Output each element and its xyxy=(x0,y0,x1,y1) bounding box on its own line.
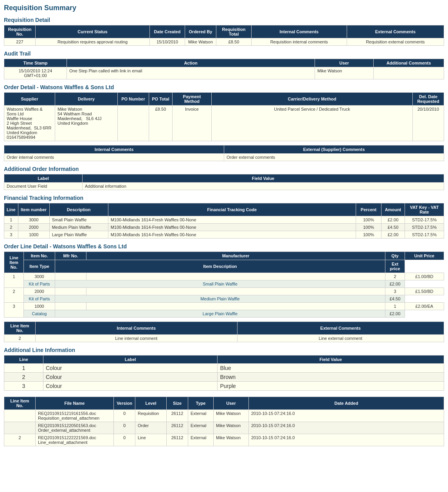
ol-line: 1 xyxy=(4,273,24,288)
col-label: Label xyxy=(4,174,83,183)
att-version: 0 xyxy=(114,410,135,422)
ali-line: 2 xyxy=(4,373,43,382)
att-size: 26112 xyxy=(167,422,188,434)
col-line-item-no: Line Item No. xyxy=(4,252,24,273)
col-att-date: Date Added xyxy=(249,397,444,410)
ft-vat: STD2-17.5% xyxy=(405,224,444,231)
col-financial-tracking-code: Financial Tracking Code xyxy=(108,203,356,216)
ol-line: 2 xyxy=(4,288,24,303)
ft-description: Medium Plain Waffle xyxy=(49,224,108,231)
ft-line: 2 xyxy=(4,224,18,231)
col-date-created: Date Created xyxy=(150,25,185,38)
order-line-row-top: 1 3000 2 £1.00/BD xyxy=(4,273,444,280)
col-additional-comments: Additional Comments xyxy=(374,59,444,67)
col-ali-value: Field Value xyxy=(218,356,444,364)
att-version: 0 xyxy=(114,434,135,446)
ft-vat: STD2-17.5% xyxy=(405,216,444,224)
order-internal-comment: Order internal comments xyxy=(4,154,224,161)
col-item-no: Item No. xyxy=(24,252,55,260)
col-ext-price: Ext price xyxy=(385,260,405,273)
ft-amount: £2.00 xyxy=(381,231,405,239)
req-internal-comments: Requisition internal comments xyxy=(252,38,347,46)
attachment-row: REQ20109151220501563.docOrder_external_a… xyxy=(4,422,444,434)
ol-mfr-no xyxy=(55,303,86,310)
att-level: Requisition xyxy=(135,410,167,422)
col-item-desc-header: Item Description xyxy=(55,260,385,273)
ft-percent: 100% xyxy=(356,224,381,231)
att-line xyxy=(4,422,36,434)
ft-code: M100-Midlands 1614-Fresh Waffles 00-None xyxy=(108,216,356,224)
audit-comments xyxy=(374,67,444,79)
page-title: Requisition Summary xyxy=(4,4,444,12)
att-line xyxy=(4,410,36,422)
aoi-value: Additional information xyxy=(83,183,444,190)
ol-mfr-no xyxy=(55,273,86,280)
col-att-type: Type xyxy=(188,397,214,410)
ol-item-no: 3000 xyxy=(24,273,55,280)
col-amount: Amount xyxy=(381,203,405,216)
ol-line: 3 xyxy=(4,303,24,318)
ol-manufacturer xyxy=(86,288,385,295)
ali-value: Blue xyxy=(218,364,444,373)
col-description: Description xyxy=(49,203,108,216)
ol-manufacturer xyxy=(86,303,385,310)
additional-order-info-heading: Additional Order Information xyxy=(4,166,444,172)
audit-action: One Step Plan called with link in email xyxy=(67,67,315,79)
audit-user: Mike Watson xyxy=(315,67,374,79)
line-comment-no: 2 xyxy=(4,335,36,342)
additional-order-info-table: Label Field Value Document User Field Ad… xyxy=(4,174,444,190)
ol-qty: 1 xyxy=(385,303,405,310)
col-att-user: User xyxy=(214,397,249,410)
ft-line: 1 xyxy=(4,216,18,224)
ali-label: Colour xyxy=(43,382,218,391)
ol-item-type: Kit of Parts xyxy=(24,295,55,303)
att-date: 2010-10-15 07:24:16.0 xyxy=(249,410,444,422)
col-att-filename: File Name xyxy=(36,397,114,410)
ol-item-type: Kit of Parts xyxy=(24,280,55,288)
payment-method: Invoice xyxy=(173,106,212,141)
col-external-comments: External Comments xyxy=(347,25,444,38)
aoi-label: Document User Field xyxy=(4,183,83,190)
col-att-level: Level xyxy=(135,397,167,410)
col-line-item-no-comments: Line Item No. xyxy=(4,322,36,335)
ft-amount: £4.50 xyxy=(381,224,405,231)
attachments-table: Line Item No. File Name Version Level Si… xyxy=(4,397,444,446)
ft-item-no: 1000 xyxy=(18,231,49,239)
req-external-comments: Requisition external comments xyxy=(347,38,444,46)
col-item-type: Item Type xyxy=(24,260,55,273)
ol-item-type: Catalog xyxy=(24,310,55,318)
att-size: 26112 xyxy=(167,434,188,446)
col-user: User xyxy=(315,59,374,67)
requisition-detail-table: Requisition No. Current Status Date Crea… xyxy=(4,25,444,46)
col-ali-line: Line xyxy=(4,356,43,364)
financial-tracking-table: Line Item number Description Financial T… xyxy=(4,203,444,239)
att-filename: REQ20109151222221569.docLine_external_at… xyxy=(36,434,114,446)
col-req-no: Requisition No. xyxy=(4,25,36,38)
col-delivery: Delivery xyxy=(55,93,118,106)
col-line: Line xyxy=(4,203,18,216)
additional-line-info-heading: Additional Line Information xyxy=(4,347,444,353)
additional-line-row: 2 Colour Brown xyxy=(4,373,444,382)
att-version: 0 xyxy=(114,422,135,434)
col-item-number: Item number xyxy=(18,203,49,216)
col-req-total: Requisition Total xyxy=(216,25,252,38)
col-ordered-by: Ordered By xyxy=(185,25,216,38)
att-user: Mike Watson xyxy=(214,422,249,434)
att-level: Order xyxy=(135,422,167,434)
col-timestamp: Time Stamp xyxy=(4,59,67,67)
additional-line-row: 1 Colour Blue xyxy=(4,364,444,373)
col-carrier: Carrier/Delivery Method xyxy=(212,93,413,106)
order-detail-heading: Order Detail - Watsons Waffles & Sons Lt… xyxy=(4,84,444,90)
ali-label: Colour xyxy=(43,373,218,382)
del-date: 20/10/2010 xyxy=(413,106,444,141)
col-del-date: Del. Date Requested xyxy=(413,93,444,106)
carrier-method: United Parcel Service / Dedicated Truck xyxy=(212,106,413,141)
ol-manufacturer xyxy=(86,273,385,280)
att-filename: REQ20109151219161556.docRequisition_exte… xyxy=(36,410,114,422)
order-external-comment: Order external comments xyxy=(224,154,444,161)
attachment-row: REQ20109151219161556.docRequisition_exte… xyxy=(4,410,444,422)
ft-code: M100-Midlands 1614-Fresh Waffles 00-None xyxy=(108,224,356,231)
col-mfr-no: Mfr No. xyxy=(55,252,86,260)
col-ali-label: Label xyxy=(43,356,218,364)
ol-unit-price: £2.00/EA xyxy=(405,303,444,310)
